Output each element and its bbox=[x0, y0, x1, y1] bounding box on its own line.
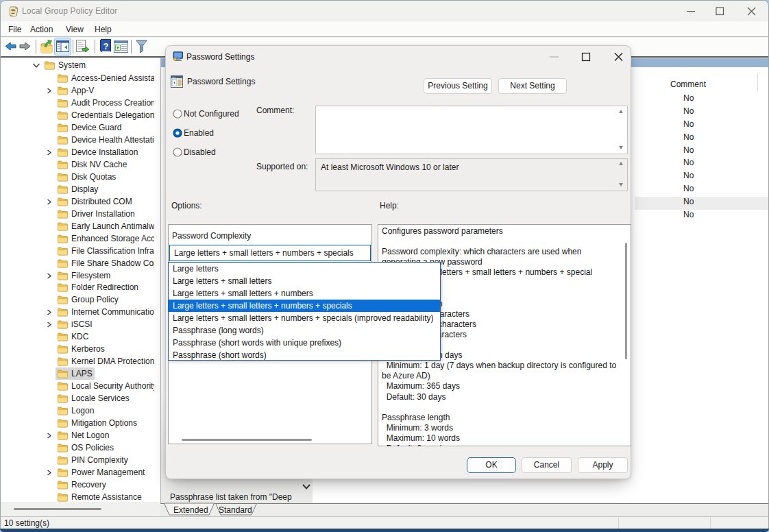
svg-text:?: ? bbox=[103, 41, 109, 51]
